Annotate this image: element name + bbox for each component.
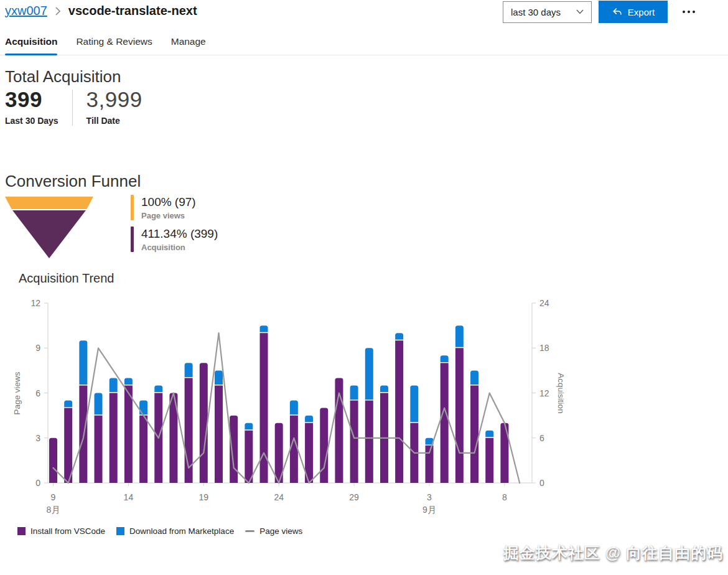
purple-swatch-icon [17,527,26,535]
funnel-stats: 100% (97) Page views 411.34% (399) Acqui… [131,195,218,258]
svg-text:3: 3 [35,433,40,443]
watermark: 掘金技术社区 @ 向往自由的码 [503,543,723,563]
stat-last-30-days-value: 399 [5,87,58,112]
more-button[interactable] [676,1,701,23]
date-range-value: last 30 days [511,7,561,17]
svg-text:18: 18 [539,343,549,353]
legend-label: Download from Marketplace [129,526,234,536]
header-controls: last 30 days Export [503,1,701,23]
acquisition-trend-title: Acquisition Trend [19,271,114,286]
acquisition-trend-chart[interactable]: 0369120612182498月1419242939月8Page viewsA… [11,291,571,522]
page-title: vscode-translate-next [68,4,197,18]
funnel-stage-marker [131,227,134,252]
date-range-select[interactable]: last 30 days [503,1,592,23]
chart-legend: Install from VSCode Download from Market… [17,526,314,536]
legend-label: Install from VSCode [30,526,105,536]
svg-text:Acquisition: Acquisition [556,373,566,413]
funnel-stage-label: Page views [141,211,196,220]
funnel-top-stage [5,197,93,209]
stat-last-30-days: 399 Last 30 Days [5,87,58,126]
svg-text:9月: 9月 [422,505,436,515]
legend-label: Page views [259,526,302,536]
svg-text:12: 12 [539,388,549,398]
chevron-down-icon [576,9,584,14]
blue-swatch-icon [116,527,124,535]
legend-page-views: Page views [245,526,302,536]
svg-text:24: 24 [539,298,549,308]
svg-text:3: 3 [427,492,432,502]
tab-rating-reviews[interactable]: Rating & Reviews [76,32,152,55]
svg-text:9: 9 [35,343,40,353]
legend-install-from-vscode: Install from VSCode [17,526,105,536]
breadcrumb-publisher-link[interactable]: yxw007 [5,4,47,18]
stat-last-30-days-label: Last 30 Days [5,116,58,126]
export-button[interactable]: Export [599,1,668,23]
line-swatch-icon [245,530,254,532]
stat-till-date-label: Till Date [86,116,142,126]
conversion-funnel-title: Conversion Funnel [5,172,141,191]
svg-text:14: 14 [124,492,134,502]
svg-text:29: 29 [349,492,359,502]
stat-till-date: 3,999 Till Date [86,87,142,126]
legend-download-from-marketplace: Download from Marketplace [116,526,234,536]
svg-text:0: 0 [539,478,544,488]
funnel-stage-percent: 411.34% (399) [141,227,218,241]
svg-text:6: 6 [35,388,40,398]
svg-text:6: 6 [539,433,544,443]
tab-bar: Acquisition Rating & Reviews Manage [0,32,728,55]
funnel-stage-marker [131,195,134,220]
svg-text:Page views: Page views [12,372,22,414]
svg-text:8月: 8月 [47,505,60,515]
stat-till-date-value: 3,999 [86,87,142,112]
export-label: Export [628,7,655,17]
funnel-icon [5,197,93,258]
svg-text:8: 8 [502,492,507,502]
funnel-stage-page-views: 100% (97) Page views [131,195,218,220]
svg-text:12: 12 [30,298,40,308]
stat-divider [72,90,73,126]
funnel-stage-acquisition: 411.34% (399) Acquisition [131,227,218,252]
breadcrumb: yxw007 vscode-translate-next [5,4,197,18]
total-acquisition-stats: 399 Last 30 Days 3,999 Till Date [5,87,142,126]
svg-text:19: 19 [199,492,209,502]
tab-acquisition[interactable]: Acquisition [5,32,57,55]
chevron-right-icon [55,6,61,16]
svg-text:0: 0 [35,478,40,488]
tab-manage[interactable]: Manage [171,32,206,55]
funnel-bottom-stage [5,210,93,258]
trend-chart-svg: 0369120612182498月1419242939月8Page viewsA… [11,291,571,522]
funnel-stage-label: Acquisition [141,243,218,252]
more-icon [683,11,685,13]
export-icon [612,6,623,17]
funnel-stage-percent: 100% (97) [141,195,196,210]
total-acquisition-title: Total Acquisition [5,67,121,86]
svg-text:24: 24 [274,492,284,502]
svg-text:9: 9 [51,492,56,502]
